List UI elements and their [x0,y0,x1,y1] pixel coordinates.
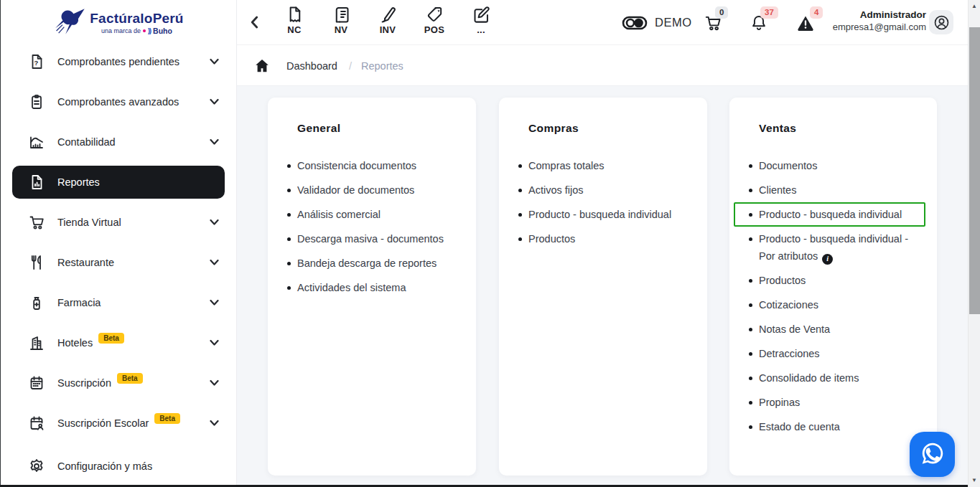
report-link-validador-de-documentos[interactable]: Validador de documentos [287,181,459,199]
scrollbar-thumb[interactable] [969,27,980,314]
report-link-actividades-del-sistema[interactable]: Actividades del sistema [287,279,459,296]
beta-badge: Beta [117,373,143,384]
window-left-edge [0,0,1,487]
bullet-icon [287,286,291,290]
breadcrumb-dashboard-link[interactable]: Dashboard [286,60,337,72]
report-link-label: Producto - busqueda individual [759,209,902,220]
sidebar-item-farmacia[interactable]: Farmacia [1,283,236,323]
report-link-consistencia-documentos[interactable]: Consistencia documentos [287,157,459,174]
report-link-consolidado-de-items[interactable]: Consolidado de items [749,369,920,387]
report-link-label: Estado de cuenta [759,421,840,432]
report-link-activos-fijos[interactable]: Activos fijos [518,181,690,199]
bullet-icon [287,213,291,217]
chevron-down-icon [210,99,219,105]
quick-action-pos[interactable]: POS [419,5,450,35]
report-link-productos[interactable]: Productos [518,230,690,247]
bullet-icon [749,328,752,331]
sidebar-item-hoteles[interactable]: Hoteles Beta [1,323,236,363]
logo-text: FactúraloPerú una marca de )) Buho [90,11,183,35]
info-icon[interactable]: i [822,254,833,265]
edit-more-icon [472,5,491,24]
quick-action-nv[interactable]: NV [325,5,357,35]
sidebar-item-restaurante[interactable]: Restaurante [1,242,236,283]
demo-toggle[interactable]: DEMO [622,0,692,45]
scroll-down-arrow[interactable]: ▼ [969,477,980,484]
chevron-down-icon [210,260,219,266]
report-link-bandeja-descarga-de-reportes[interactable]: Bandeja descarga de reportes [287,255,459,272]
report-link-descarga-masiva-documentos[interactable]: Descarga masiva - documentos [287,230,459,247]
bullet-icon [518,189,522,192]
bullet-icon [749,352,752,356]
quick-action-nc[interactable]: NC [279,5,310,35]
report-link-cotizaciones[interactable]: Cotizaciones [749,296,920,313]
breadcrumb: Dashboard / Reportes [237,46,968,86]
alerts-warning-button[interactable]: 4 [796,14,815,32]
page-scrollbar[interactable]: ▲ ▼ [968,0,980,487]
alerts-count-badge: 4 [810,6,823,19]
gear-icon [28,458,45,475]
sidebar-item-label: Suscripción Escolar [57,417,149,429]
user-avatar-button[interactable] [929,10,953,34]
report-link-notas-de-venta[interactable]: Notas de Venta [749,321,920,338]
scroll-up-arrow[interactable]: ▲ [969,3,980,10]
sidebar-item-label: Restaurante [57,257,114,268]
logo-tagline: una marca de )) Buho [90,27,183,35]
report-link-label: Productos [528,233,575,245]
sidebar-item-reportes[interactable]: Reportes [12,166,225,199]
notifications-bell-button[interactable]: 37 [750,14,768,32]
card-title: General [297,122,459,135]
report-link-producto-busqueda-individual-por-atributos[interactable]: Producto - busqueda individual - Por atr… [749,230,920,265]
sidebar-item-contabilidad[interactable]: Contabilidad [1,122,236,162]
chevron-down-icon [210,219,219,226]
card-list: Compras totales Activos fijos Producto -… [518,157,690,247]
topbar: NC NV INV POS ... DEMO 0 37 4 Adm [237,0,968,45]
report-link-detracciones[interactable]: Detracciones [749,345,920,362]
report-link-label: Descarga masiva - documentos [297,233,444,245]
quick-action-inv[interactable]: INV [372,5,403,35]
report-link-label: Bandeja descarga de reportes [297,257,437,269]
sidebar-collapse-button[interactable] [246,13,264,32]
report-link-label: Compras totales [528,160,605,171]
shopping-cart-icon [28,214,45,231]
report-link-estado-de-cuenta[interactable]: Estado de cuenta [749,418,920,435]
notifications-count-badge: 37 [760,6,778,19]
whatsapp-button[interactable] [910,432,955,477]
bullet-icon [287,237,291,241]
bullet-icon [749,213,752,217]
report-link-propinas[interactable]: Propinas [749,394,920,411]
report-link-label: Activos fijos [528,184,584,196]
card-general: General Consistencia documentos Validado… [268,98,476,476]
sidebar-item-comprobantes-pendientes[interactable]: ? Comprobantes pendientes [1,42,236,82]
report-link-clientes[interactable]: Clientes [749,181,920,199]
sidebar-nav: ? Comprobantes pendientes Comprobantes a… [1,42,236,443]
report-link-producto-busqueda-individual[interactable]: Producto - busqueda individual [518,206,690,223]
report-link-label: Notas de Venta [759,323,830,335]
sidebar-item-label: Comprobantes pendientes [57,56,179,67]
quick-action-more[interactable]: ... [465,5,497,35]
sidebar-item-comprobantes-avanzados[interactable]: Comprobantes avanzados [1,82,236,122]
demo-label: DEMO [655,16,692,29]
cart-button[interactable]: 0 [704,14,722,32]
report-link-producto-busqueda-individual[interactable]: Producto - busqueda individual [749,206,920,223]
report-link-analisis-comercial[interactable]: Análisis comercial [287,206,459,223]
sidebar-item-suscripcion-escolar[interactable]: Suscripción Escolar Beta [1,403,236,443]
report-link-label: Producto - busqueda individual [528,209,671,220]
card-title: Compras [528,122,690,135]
report-link-label: Documentos [759,160,817,171]
sidebar-item-label: Hoteles [57,337,93,349]
report-link-documentos[interactable]: Documentos [749,157,920,174]
sidebar-item-tienda-virtual[interactable]: Tienda Virtual [1,202,236,242]
report-link-productos[interactable]: Productos [749,272,920,289]
card-compras: Compras Compras totales Activos fijos Pr… [499,98,707,476]
app-logo[interactable]: FactúraloPerú una marca de )) Buho [1,0,236,42]
quick-action-label: NV [335,24,348,35]
restaurant-icon [28,254,45,271]
report-link-label: Análisis comercial [297,209,381,220]
sidebar-item-configuracion-y-mas[interactable]: Configuración y más [1,446,236,486]
bullet-icon [749,425,752,429]
report-link-label: Cotizaciones [759,299,818,311]
sidebar-item-suscripcion[interactable]: Suscripción Beta [1,363,236,403]
report-link-label: Actividades del sistema [297,282,406,293]
report-link-compras-totales[interactable]: Compras totales [518,157,690,174]
home-icon[interactable] [253,57,271,75]
